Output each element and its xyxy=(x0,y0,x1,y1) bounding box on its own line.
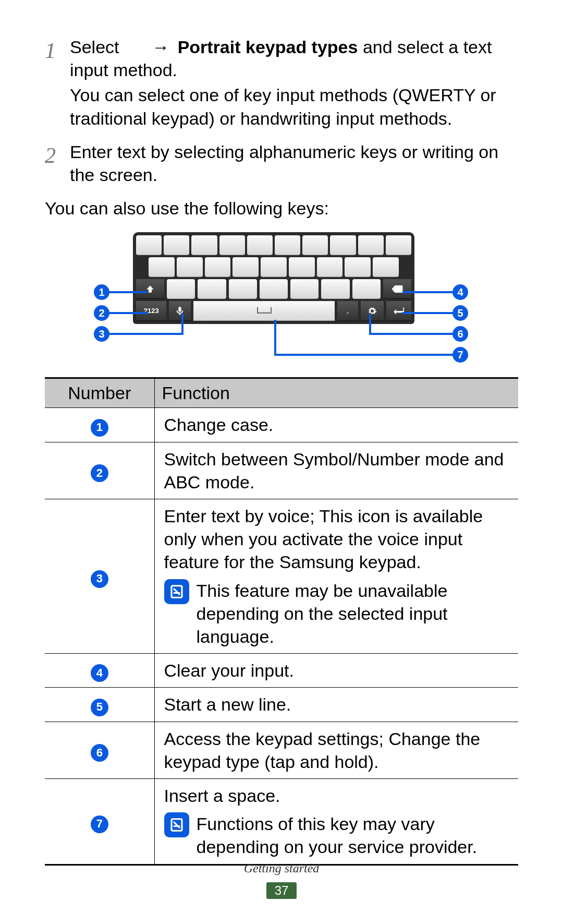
table-row: 2 Switch between Symbol/Number mode and … xyxy=(45,442,518,499)
step-1: 1 Select → Portrait keypad types and sel… xyxy=(45,35,518,130)
row-text: Clear your input. xyxy=(154,654,518,688)
callout-1: 1 xyxy=(94,284,109,300)
row-text: Enter text by voice; This icon is availa… xyxy=(164,505,509,574)
note-icon xyxy=(164,812,189,837)
note-icon xyxy=(164,579,189,604)
row-badge: 2 xyxy=(91,464,108,482)
step1-bold: Portrait keypad types xyxy=(178,37,358,57)
row-cell: Enter text by voice; This icon is availa… xyxy=(154,499,518,653)
page-number: 37 xyxy=(266,882,297,899)
row-cell: Insert a space. Functions of this key ma… xyxy=(154,779,518,865)
space-key-icon xyxy=(193,301,335,321)
page-content: 1 Select → Portrait keypad types and sel… xyxy=(45,35,518,866)
step-2: 2 Enter text by selecting alphanumeric k… xyxy=(45,140,518,186)
row-badge: 3 xyxy=(91,570,108,588)
table-row: 6 Access the keypad settings; Change the… xyxy=(45,722,518,778)
row-text: Change case. xyxy=(154,408,518,442)
callout-6: 6 xyxy=(452,326,468,342)
row-text: Start a new line. xyxy=(154,688,518,722)
step-body: Select → Portrait keypad types and selec… xyxy=(70,35,518,130)
shift-key-icon xyxy=(136,279,164,299)
step2-text: Enter text by selecting alphanumeric key… xyxy=(70,140,518,186)
callout-7: 7 xyxy=(452,347,468,363)
gear-key-icon xyxy=(361,301,384,321)
table-row: 7 Insert a space. Functions of this key … xyxy=(45,779,518,865)
callout-2: 2 xyxy=(94,305,109,321)
backspace-key-icon xyxy=(383,279,411,299)
arrow-icon: → xyxy=(152,35,169,58)
step-number: 1 xyxy=(45,35,70,130)
row-badge: 7 xyxy=(91,815,108,833)
note-text: This feature may be unavailable dependin… xyxy=(197,579,509,649)
footer-section: Getting started xyxy=(0,861,563,875)
row-badge: 1 xyxy=(91,419,108,437)
keyboard-illustration: ?123 . 1 2 3 4 5 6 xyxy=(45,232,518,352)
note: Functions of this key may vary depending… xyxy=(164,812,509,858)
row-badge: 5 xyxy=(91,699,108,716)
row-badge: 6 xyxy=(91,744,108,762)
table-row: 1 Change case. xyxy=(45,408,518,442)
row-text: Insert a space. xyxy=(164,784,509,807)
row-text: Access the keypad settings; Change the k… xyxy=(154,722,518,778)
enter-key-icon xyxy=(386,301,411,321)
step1-lead: Select xyxy=(70,37,119,57)
mic-key-icon xyxy=(169,301,191,321)
function-table: Number Function 1 Change case. 2 Switch … xyxy=(45,377,518,865)
header-function: Function xyxy=(154,378,518,408)
intro-text: You can also use the following keys: xyxy=(45,197,518,220)
note: This feature may be unavailable dependin… xyxy=(164,579,509,649)
table-row: 4 Clear your input. xyxy=(45,654,518,688)
note-text: Functions of this key may vary depending… xyxy=(197,812,509,858)
header-number: Number xyxy=(45,378,154,408)
period-key: . xyxy=(337,301,358,321)
callout-3: 3 xyxy=(94,326,109,342)
step-number: 2 xyxy=(45,140,70,186)
step1-detail: You can select one of key input methods … xyxy=(70,83,518,129)
row-text: Switch between Symbol/Number mode and AB… xyxy=(154,442,518,499)
table-row: 3 Enter text by voice; This icon is avai… xyxy=(45,499,518,653)
callout-5: 5 xyxy=(452,305,468,321)
keyboard: ?123 . xyxy=(133,232,414,324)
symbol-key: ?123 xyxy=(136,301,166,321)
table-row: 5 Start a new line. xyxy=(45,688,518,722)
page-footer: Getting started 37 xyxy=(0,861,563,899)
svg-rect-0 xyxy=(178,307,181,312)
callout-4: 4 xyxy=(452,284,468,300)
row-badge: 4 xyxy=(91,664,108,682)
